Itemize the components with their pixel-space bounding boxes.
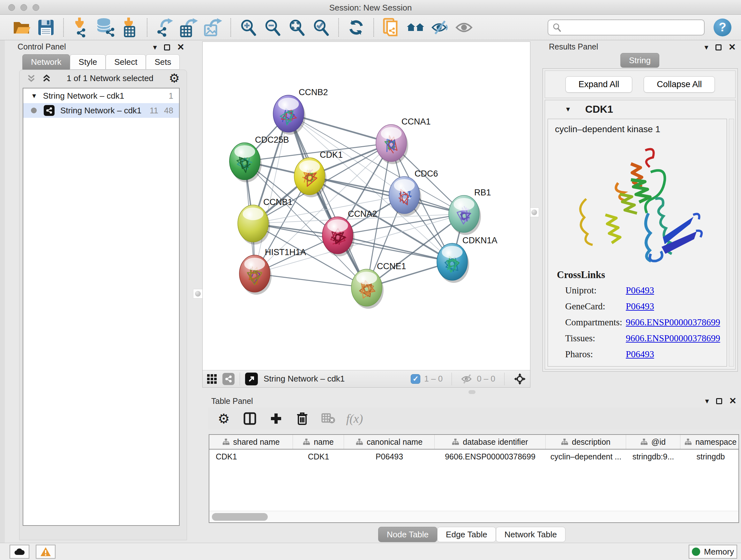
uniprot-link[interactable]: P06493 [626, 285, 654, 296]
edge-CCNB2-CCNE1[interactable] [288, 114, 367, 288]
node-CDK1[interactable]: CDK1 [294, 150, 343, 197]
compartments-link[interactable]: 9606.ENSP00000378699 [626, 317, 720, 327]
table-horizontal-scrollbar[interactable] [209, 511, 738, 522]
edge-CCNA2-CDKN1A[interactable] [338, 235, 452, 262]
cloud-status-button[interactable] [10, 545, 29, 559]
detach-view-icon[interactable] [245, 373, 258, 385]
network-row-selected[interactable]: String Network – cdk1 11 48 [23, 103, 179, 118]
cell-database-identifier[interactable]: 9606.ENSP00000378699 [434, 452, 546, 461]
selected-indicator-checkbox[interactable]: ✓ [411, 374, 420, 384]
help-button[interactable]: ? [714, 18, 731, 37]
expand-all-networks-icon[interactable] [42, 73, 51, 83]
control-panel-float-button[interactable] [164, 44, 170, 51]
cell-canonical-name[interactable]: P06493 [344, 452, 434, 461]
table-options-gear-icon[interactable]: ⚙ [216, 411, 231, 426]
cell-shared-name[interactable]: CDK1 [209, 452, 293, 461]
pharos-link[interactable]: P06493 [626, 349, 654, 360]
hide-selected-button[interactable] [430, 17, 450, 37]
column-header-canonical-name[interactable]: canonical name [344, 435, 434, 449]
column-header-database-identifier[interactable]: database identifier [434, 435, 546, 449]
genecard-link[interactable]: P06493 [626, 301, 654, 312]
open-session-button[interactable] [12, 17, 31, 37]
results-panel-menu-button[interactable]: ▾ [704, 44, 708, 51]
column-header--id[interactable]: @id [626, 435, 680, 449]
export-network-button[interactable] [155, 17, 175, 37]
network-share-view-icon[interactable] [222, 373, 234, 385]
node-CCNE1[interactable]: CCNE1 [351, 261, 406, 309]
collection-expand-arrow-icon[interactable]: ▼ [31, 92, 37, 100]
results-panel-close-button[interactable]: ✕ [729, 43, 736, 52]
search-input[interactable] [562, 22, 700, 32]
network-options-gear-icon[interactable]: ⚙ [169, 72, 180, 84]
results-scrollbar[interactable] [729, 119, 734, 367]
control-panel-close-button[interactable]: ✕ [177, 43, 185, 52]
gene-collapse-arrow-icon[interactable]: ▼ [565, 106, 571, 113]
delete-table-icon[interactable] [321, 411, 336, 426]
duplicate-network-button[interactable] [381, 17, 401, 37]
cell-name[interactable]: CDK1 [293, 452, 344, 461]
zoom-selected-button[interactable] [311, 17, 331, 37]
delete-column-trash-icon[interactable] [295, 411, 310, 426]
node-CCNA1[interactable]: CCNA1 [376, 117, 431, 164]
expand-all-button[interactable]: Expand All [565, 76, 632, 92]
search-box[interactable] [548, 19, 704, 36]
tab-node-table[interactable]: Node Table [378, 527, 437, 542]
save-session-button[interactable] [36, 17, 56, 37]
zoom-out-button[interactable] [263, 17, 282, 37]
node-table-data-row[interactable]: CDK1CDK1P064939606.ENSP00000378699cyclin… [209, 449, 738, 463]
node-RB1[interactable]: RB1 [449, 188, 491, 235]
control-panel-menu-button[interactable]: ▾ [153, 44, 157, 51]
column-header-shared-name[interactable]: shared name [209, 435, 293, 449]
tab-sets[interactable]: Sets [146, 54, 180, 70]
show-columns-icon[interactable] [243, 411, 257, 426]
cell-description[interactable]: cyclin–dependent ... [546, 452, 626, 461]
network-collection-row[interactable]: ▼ String Network – cdk1 1 [23, 88, 179, 103]
tab-edge-table[interactable]: Edge Table [437, 527, 496, 542]
node-HIST1H1A[interactable]: HIST1H1A [239, 247, 306, 295]
zoom-fit-button[interactable] [287, 17, 307, 37]
results-panel-float-button[interactable] [716, 44, 722, 51]
network-canvas[interactable]: CCNB2CCNA1CDC25BCDK1CDC6RB1CCNB1CCNA2CDK… [203, 42, 530, 370]
column-header-description[interactable]: description [546, 435, 626, 449]
cell--id[interactable]: stringdb:9... [626, 452, 680, 461]
zoom-in-button[interactable] [239, 17, 258, 37]
create-column-plus-icon[interactable] [269, 411, 283, 426]
table-panel-close-button[interactable]: ✕ [729, 396, 737, 406]
import-network-button[interactable] [71, 17, 91, 37]
birdseye-navigator-icon[interactable] [514, 373, 526, 385]
table-panel-float-button[interactable] [716, 398, 722, 404]
scrollbar-thumb[interactable] [212, 513, 268, 521]
cell-namespace[interactable]: stringdb [680, 452, 739, 461]
collapse-all-button[interactable]: Collapse All [644, 76, 715, 92]
warnings-button[interactable] [36, 545, 56, 559]
tab-network-table[interactable]: Network Table [496, 527, 565, 542]
import-network-from-database-button[interactable] [95, 17, 115, 37]
table-panel-menu-button[interactable]: ▾ [705, 397, 709, 405]
tissues-link[interactable]: 9606.ENSP00000378699 [626, 333, 720, 344]
export-table-button[interactable] [179, 17, 199, 37]
gene-section-header[interactable]: ▼ CDK1 [545, 100, 735, 118]
first-neighbors-button[interactable] [406, 17, 425, 37]
collapse-all-networks-icon[interactable] [26, 73, 36, 83]
tab-network[interactable]: Network [22, 54, 70, 70]
tab-string[interactable]: String [620, 53, 659, 68]
node-CCNB2[interactable]: CCNB2 [273, 87, 328, 135]
column-header-namespace[interactable]: namespace [680, 435, 739, 449]
column-header-name[interactable]: name [293, 435, 344, 449]
show-all-button[interactable] [454, 17, 474, 37]
right-splitter-handle[interactable] [529, 207, 539, 217]
function-builder-icon[interactable]: f(x) [347, 411, 362, 426]
node-CDC25B[interactable]: CDC25B [229, 135, 289, 182]
memory-button[interactable]: Memory [689, 545, 737, 559]
tab-style[interactable]: Style [70, 54, 106, 70]
bottom-splitter-handle[interactable] [468, 390, 475, 394]
node-CDKN1A[interactable]: CDKN1A [437, 236, 497, 283]
left-splitter-handle[interactable] [193, 289, 203, 299]
node-CDC6[interactable]: CDC6 [389, 169, 438, 216]
export-image-button[interactable] [203, 17, 223, 37]
import-table-button[interactable] [120, 17, 139, 37]
grid-view-icon[interactable] [206, 374, 217, 384]
tab-select[interactable]: Select [106, 54, 146, 70]
apply-layout-button[interactable] [346, 17, 366, 37]
hidden-eye-slash-icon[interactable] [461, 374, 473, 384]
